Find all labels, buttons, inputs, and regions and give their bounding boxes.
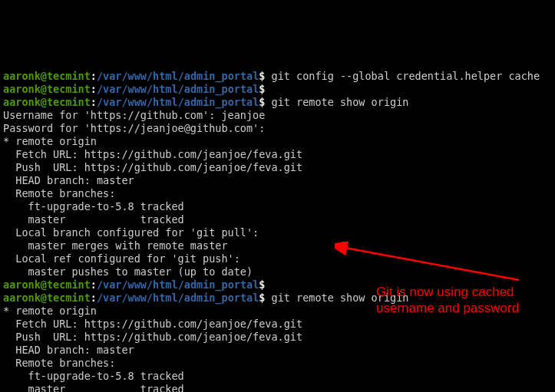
remote-branch-item: ft-upgrade-to-5.8 tracked bbox=[3, 370, 184, 382]
remote-branch-item: ft-upgrade-to-5.8 tracked bbox=[3, 200, 184, 212]
remote-branch-item: master tracked bbox=[3, 213, 184, 226]
auth-password-prompt: Password for 'https://jeanjoe@github.com… bbox=[3, 122, 272, 134]
auth-username-prompt: Username for 'https://github.com': jeanj… bbox=[3, 109, 265, 121]
remote-header: * remote origin bbox=[3, 305, 97, 317]
pull-config-item: master merges with remote master bbox=[3, 239, 228, 252]
prompt-line[interactable]: aaronk@tecmint:/var/www/html/admin_porta… bbox=[3, 292, 408, 304]
head-branch: HEAD branch: master bbox=[3, 174, 134, 186]
terminal-output: aaronk@tecmint:/var/www/html/admin_porta… bbox=[3, 57, 552, 392]
annotation-text: Git is now using cached username and pas… bbox=[376, 284, 519, 316]
remote-branches-header: Remote branches: bbox=[3, 187, 115, 199]
remote-branches-header: Remote branches: bbox=[3, 357, 115, 369]
push-config-header: Local ref configured for 'git push': bbox=[3, 252, 240, 265]
prompt-line[interactable]: aaronk@tecmint:/var/www/html/admin_porta… bbox=[3, 83, 272, 95]
remote-branch-item: master tracked bbox=[3, 383, 184, 392]
pull-config-header: Local branch configured for 'git pull': bbox=[3, 226, 259, 239]
remote-push-url: Push URL: https://github.com/jeanjoe/fev… bbox=[3, 161, 302, 173]
remote-fetch-url: Fetch URL: https://github.com/jeanjoe/fe… bbox=[3, 318, 302, 330]
remote-fetch-url: Fetch URL: https://github.com/jeanjoe/fe… bbox=[3, 148, 302, 160]
prompt-line[interactable]: aaronk@tecmint:/var/www/html/admin_porta… bbox=[3, 96, 408, 108]
command-text: git remote show origin bbox=[272, 96, 409, 108]
head-branch: HEAD branch: master bbox=[3, 344, 134, 356]
remote-header: * remote origin bbox=[3, 135, 97, 147]
prompt-line[interactable]: aaronk@tecmint:/var/www/html/admin_porta… bbox=[3, 278, 272, 291]
command-text: git config --global credential.helper ca… bbox=[272, 70, 540, 82]
push-config-item: master pushes to master (up to date) bbox=[3, 265, 253, 278]
remote-push-url: Push URL: https://github.com/jeanjoe/fev… bbox=[3, 331, 302, 343]
prompt-line[interactable]: aaronk@tecmint:/var/www/html/admin_porta… bbox=[3, 70, 540, 82]
